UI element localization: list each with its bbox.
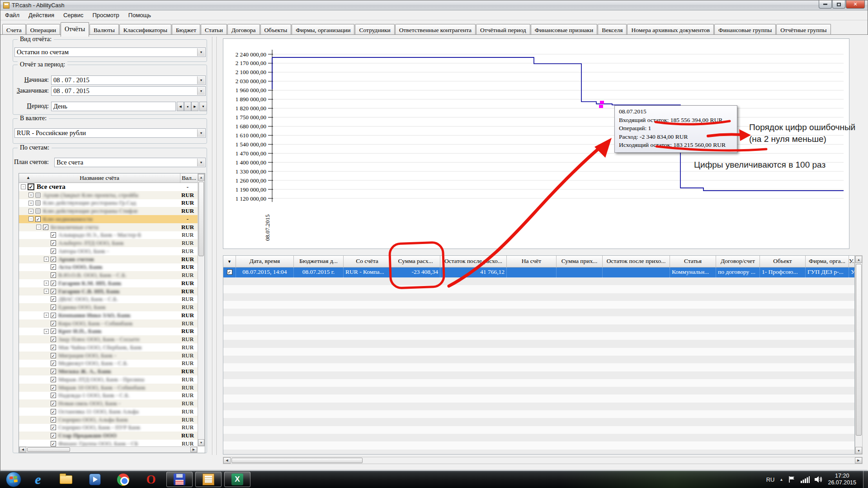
tree-hscroll-thumb[interactable] <box>27 447 70 452</box>
maximize-button[interactable] <box>832 0 845 9</box>
taskbar-app-abilitycash[interactable] <box>195 472 222 487</box>
period-next-button[interactable]: ▶ <box>191 102 198 111</box>
account-checkbox[interactable]: ✓ <box>51 272 56 278</box>
account-checkbox[interactable]: ✓ <box>51 305 56 310</box>
account-tree-row[interactable]: −✓Все счета- <box>19 183 198 191</box>
tab-2[interactable]: Отчёты <box>61 22 89 37</box>
period-current-button[interactable]: ● <box>184 102 191 111</box>
title-bar[interactable]: ТР.cash - AbilityCash ✕ <box>0 0 868 10</box>
account-tree-row[interactable]: +✓Крот И.П., БанкRUR <box>19 328 198 336</box>
expand-icon[interactable]: + <box>44 281 49 286</box>
scroll-up-icon[interactable]: ▲ <box>198 174 204 181</box>
scroll-left-icon[interactable]: ◀ <box>19 447 26 452</box>
table-col-13[interactable]: У... <box>849 256 855 267</box>
account-tree-row[interactable]: ✓Мираж ЛТД ООО, Банк - ПрозинаRUR <box>19 375 198 384</box>
tree-hscrollbar[interactable]: ◀ ▶ <box>19 446 198 453</box>
tree-vscrollbar[interactable]: ▲ ▼ <box>198 174 205 446</box>
filter-icon[interactable]: ▼ <box>227 259 231 264</box>
account-checkbox[interactable] <box>35 192 41 198</box>
collapse-icon[interactable]: − <box>21 184 26 189</box>
account-checkbox[interactable]: ✓ <box>51 337 56 342</box>
collapse-icon[interactable]: − <box>36 225 41 230</box>
account-tree-row[interactable]: +✓Гагарин К.М. ИП, БанкRUR <box>19 279 198 287</box>
table-col-10[interactable]: Договор/счет <box>716 256 760 267</box>
tree-vscroll-thumb[interactable] <box>198 182 204 256</box>
media-player-icon[interactable] <box>85 472 105 487</box>
account-tree-row[interactable]: ✓Надежда-1 ООО, Банк - С.Б.RUR <box>19 392 198 400</box>
splitter[interactable] <box>217 37 217 455</box>
account-tree-row[interactable]: ✓Стар Продакшн ОООRUR <box>19 432 198 440</box>
expand-icon[interactable]: + <box>44 289 49 294</box>
table-col-1[interactable]: Дата, время <box>236 256 294 267</box>
account-tree-row[interactable]: ✓Аста ООО, БанкRUR <box>19 263 198 272</box>
account-tree-row[interactable]: +✓Архив счетовRUR <box>19 255 198 263</box>
account-checkbox[interactable]: ✓ <box>51 232 56 238</box>
table-vscrollbar[interactable]: ▲ ▼ <box>855 255 863 455</box>
scroll-down-icon[interactable]: ▼ <box>855 447 862 454</box>
account-tree-row[interactable]: ✓ДВАС ООО, Банк - С.Б.RUR <box>19 296 198 304</box>
account-tree-row[interactable]: ✓Сюрприз ООО, Банк - ПУР БанкRUR <box>19 424 198 432</box>
account-tree-row[interactable]: ✓Альварадо Н.Э., Банк - Мастер-БRUR <box>19 231 198 239</box>
end-date-select[interactable]: 08 . 07 . 2015 ▼ <box>51 86 206 96</box>
account-checkbox[interactable]: ✓ <box>51 240 56 246</box>
expand-icon[interactable]: + <box>44 329 49 334</box>
account-checkbox[interactable]: ✓ <box>51 257 56 262</box>
account-tree-row[interactable]: +Архив (Закрыт Клю проекты, стройбаRUR <box>19 191 198 199</box>
table-col-5[interactable]: Остаток после расхо... <box>440 256 507 267</box>
collapse-icon[interactable]: − <box>28 216 33 221</box>
account-tree-row[interactable]: +Клю действующие рестораны Гр.СадRUR <box>19 199 198 207</box>
account-tree-row[interactable]: ✓Остановка 11 ООО, Банк АльфаRUR <box>19 408 198 416</box>
account-tree-row[interactable]: ✓Миграция ООО, Банк -RUR <box>19 352 198 360</box>
expand-icon[interactable]: + <box>44 257 49 262</box>
table-col-3[interactable]: Со счёта <box>344 256 391 267</box>
clock[interactable]: 17:20 26.07.2015 <box>828 473 856 486</box>
report-type-select[interactable]: Остатки по счетам ▼ <box>14 47 206 57</box>
action-center-flag-icon[interactable] <box>788 476 796 483</box>
table-col-2[interactable]: Бюджетная д... <box>294 256 344 267</box>
opera-icon[interactable]: O <box>141 472 161 487</box>
tree-header[interactable]: ▲ Название счёта Вал... <box>19 174 198 183</box>
account-checkbox[interactable]: ✓ <box>51 441 56 446</box>
main-hscroll-thumb[interactable] <box>231 458 363 463</box>
chevron-down-icon[interactable]: ▼ <box>197 48 205 56</box>
menu-item-0[interactable]: Файл <box>0 10 24 20</box>
table-col-9[interactable]: Статья <box>670 256 716 267</box>
show-desktop-button[interactable] <box>863 471 868 488</box>
chevron-down-icon[interactable]: ▼ <box>197 87 205 95</box>
minimize-button[interactable] <box>819 0 832 9</box>
table-col-0[interactable]: ▼ <box>223 256 236 267</box>
splitter[interactable] <box>212 37 213 455</box>
account-tree-row[interactable]: ✓Единка ООО, БанкRUR <box>19 303 198 311</box>
account-checkbox[interactable]: ✓ <box>51 417 56 422</box>
account-tree-row[interactable]: ✓Новая связь ООО, Банк -RUR <box>19 399 198 408</box>
account-tree-row[interactable]: ✓Финанс Группа ООО, Банк - СБRUR <box>19 440 198 446</box>
account-tree-row[interactable]: ✓Медвежут ООО, Банк - С.Б.RUR <box>19 360 198 368</box>
tray-expand-icon[interactable]: ▲ <box>780 478 783 482</box>
internet-explorer-icon[interactable]: e <box>28 472 48 487</box>
table-col-11[interactable]: Объект <box>760 256 806 267</box>
tree-col-name[interactable]: ▲ Название счёта <box>19 174 180 183</box>
period-select[interactable]: День <box>51 102 176 111</box>
network-signal-icon[interactable] <box>801 476 810 483</box>
account-checkbox[interactable]: ✓ <box>51 401 56 406</box>
menu-item-3[interactable]: Просмотр <box>88 10 123 20</box>
start-button[interactable] <box>4 472 24 487</box>
account-tree-row[interactable]: ✓Автора ООО, Банк -RUR <box>19 247 198 255</box>
expand-icon[interactable]: + <box>28 209 33 214</box>
period-dropdown-button[interactable]: ▼ <box>199 102 207 111</box>
account-checkbox[interactable]: ✓ <box>51 385 56 390</box>
table-col-6[interactable]: На счёт <box>507 256 557 267</box>
plan-select[interactable]: Все счета ▼ <box>54 158 206 167</box>
volume-icon[interactable] <box>815 476 823 483</box>
account-checkbox[interactable]: ✓ <box>51 425 56 430</box>
account-checkbox[interactable]: ✓ <box>51 393 56 398</box>
account-checkbox[interactable]: ✓ <box>51 321 56 326</box>
account-checkbox[interactable]: ✓ <box>51 281 56 286</box>
account-tree-row[interactable]: +Клю действующие рестораны СтифлеRUR <box>19 207 198 215</box>
account-checkbox[interactable]: ✓ <box>51 409 56 414</box>
close-button[interactable]: ✕ <box>846 0 865 9</box>
account-checkbox[interactable]: ✓ <box>51 353 56 358</box>
operation-row[interactable]: ✓08.07.2015, 14:0408.07.2015 г.RUR - Ком… <box>223 267 854 277</box>
account-checkbox[interactable]: ✓ <box>43 225 48 230</box>
scroll-up-icon[interactable]: ▲ <box>855 256 862 263</box>
